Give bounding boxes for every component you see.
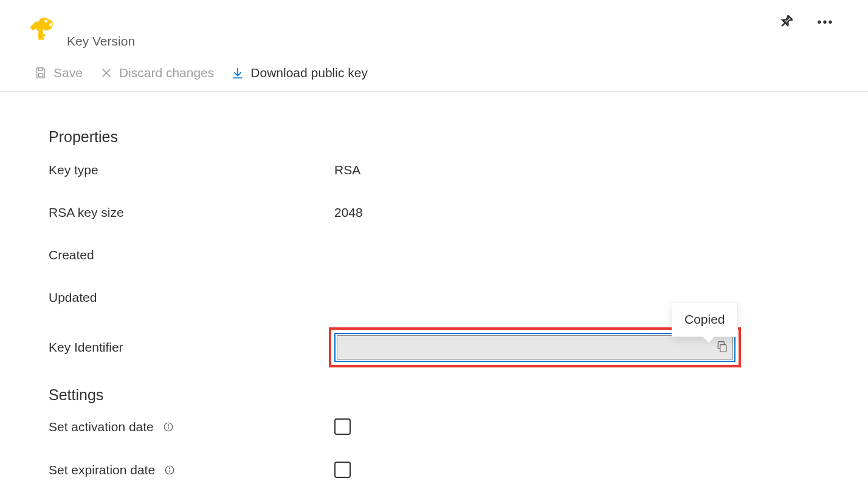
page-header: Key Version ••• bbox=[0, 0, 868, 49]
save-button[interactable]: Save bbox=[34, 66, 83, 80]
set-expiration-date-label: Set expiration date bbox=[49, 463, 334, 477]
page-subtitle: Key Version bbox=[67, 34, 135, 49]
copied-tooltip: Copied bbox=[672, 302, 738, 337]
key-identifier-input[interactable] bbox=[337, 335, 733, 360]
command-bar: Save Discard changes Download public key bbox=[0, 49, 868, 92]
updated-row: Updated bbox=[49, 290, 868, 305]
key-identifier-label: Key Identifier bbox=[49, 340, 334, 355]
download-icon bbox=[231, 66, 244, 80]
ellipsis-icon: ••• bbox=[817, 15, 833, 29]
close-icon bbox=[100, 66, 113, 80]
save-button-label: Save bbox=[53, 66, 83, 80]
updated-label: Updated bbox=[49, 290, 334, 305]
rsa-key-size-row: RSA key size 2048 bbox=[49, 205, 868, 220]
svg-point-1 bbox=[44, 19, 47, 22]
key-icon bbox=[27, 13, 53, 46]
set-expiration-date-row: Set expiration date bbox=[49, 462, 868, 478]
info-icon[interactable] bbox=[162, 421, 174, 433]
set-activation-date-row: Set activation date bbox=[49, 418, 868, 435]
properties-heading: Properties bbox=[49, 128, 868, 146]
rsa-key-size-label: RSA key size bbox=[49, 205, 334, 220]
copied-tooltip-label: Copied bbox=[684, 312, 725, 326]
svg-rect-4 bbox=[38, 38, 44, 40]
copy-button[interactable] bbox=[714, 339, 731, 356]
set-activation-date-label: Set activation date bbox=[49, 420, 334, 434]
download-public-key-button[interactable]: Download public key bbox=[231, 66, 368, 80]
set-activation-date-checkbox[interactable] bbox=[334, 418, 351, 435]
info-icon[interactable] bbox=[164, 464, 176, 476]
set-expiration-date-checkbox[interactable] bbox=[334, 462, 351, 478]
save-icon bbox=[34, 66, 47, 80]
key-identifier-row: Key Identifier bbox=[49, 333, 868, 362]
svg-rect-11 bbox=[720, 344, 726, 352]
svg-rect-6 bbox=[38, 73, 43, 77]
pin-icon bbox=[779, 14, 794, 30]
svg-rect-3 bbox=[38, 34, 45, 36]
discard-changes-label: Discard changes bbox=[119, 66, 214, 80]
more-actions-button[interactable]: ••• bbox=[817, 13, 834, 30]
svg-rect-2 bbox=[38, 26, 43, 39]
content-area: Properties Key type RSA RSA key size 204… bbox=[0, 92, 868, 478]
copy-icon bbox=[716, 341, 728, 355]
key-type-row: Key type RSA bbox=[49, 163, 868, 177]
settings-heading: Settings bbox=[49, 386, 868, 404]
download-public-key-label: Download public key bbox=[250, 66, 368, 80]
discard-changes-button[interactable]: Discard changes bbox=[100, 66, 214, 80]
key-type-value: RSA bbox=[334, 163, 360, 177]
pin-button[interactable] bbox=[778, 13, 795, 30]
svg-point-17 bbox=[170, 468, 170, 468]
key-type-label: Key type bbox=[49, 163, 334, 177]
created-row: Created bbox=[49, 248, 868, 262]
rsa-key-size-value: 2048 bbox=[334, 205, 363, 220]
svg-point-14 bbox=[168, 425, 168, 425]
created-label: Created bbox=[49, 248, 334, 262]
